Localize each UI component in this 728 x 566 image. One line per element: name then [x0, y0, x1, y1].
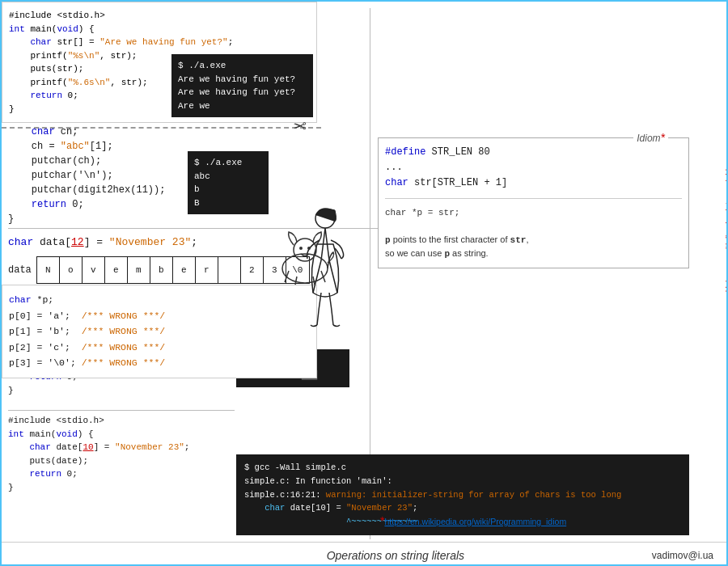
array-cell-1: o — [60, 257, 83, 283]
wrong-box: char *p; p[0] = 'a'; /*** WRONG ***/ p[1… — [2, 285, 317, 378]
rotated-label: Using an unitialized pointer variable as… — [725, 147, 728, 293]
array-cell-8 — [218, 257, 241, 283]
page-author: vadimov@i.ua — [652, 550, 713, 561]
terminal-prompt: $ ./a.exe — [194, 156, 262, 170]
hdivider-left3 — [8, 410, 235, 411]
array-cell-7: r — [196, 257, 218, 283]
array-cell-9: 2 — [241, 257, 264, 283]
terminal-out2: b — [194, 183, 262, 196]
dog-figure — [273, 224, 337, 294]
terminal-tr-out2: Are we having fun yet? — [178, 86, 307, 99]
dog-svg — [273, 224, 337, 289]
svg-point-1 — [282, 254, 328, 283]
idiom-title: Idiom* — [633, 131, 668, 144]
array-cell-2: v — [83, 257, 105, 283]
wrong-code: char *p; p[0] = 'a'; /*** WRONG ***/ p[1… — [9, 292, 310, 371]
svg-point-4 — [307, 247, 311, 250]
main-container: #include <stdio.h> char digit2hex(int di… — [2, 2, 728, 566]
array-cell-5: b — [150, 257, 173, 283]
array-cell-6: e — [173, 257, 196, 283]
warn-line3: simple.c:16:21: warning: initializer-str… — [244, 488, 681, 502]
terminal-tr-out1: Are we having fun yet? — [178, 73, 307, 87]
terminal-small: $ ./a.exe abc b B — [188, 151, 269, 214]
page-title: Operations on string literals — [139, 549, 652, 562]
terminal-tr-prompt: $ ./a.exe — [178, 59, 307, 73]
bottom-bar: Operations on string literals vadimov@i.… — [2, 542, 728, 566]
svg-point-2 — [294, 239, 316, 261]
dashed-line — [2, 127, 321, 129]
botleft-code2: #include <stdio.h> int main(void) { char… — [8, 414, 235, 494]
wiki-url[interactable]: https://en.wikipedia.org/wiki/Programmin… — [384, 517, 566, 526]
terminal-tr-out3: Are we — [178, 99, 307, 113]
warn-line1: $ gcc -Wall simple.c — [244, 461, 681, 475]
array-cells: N o v e m b e r 2 3 \0 — [36, 256, 310, 284]
wiki-link[interactable]: *https://en.wikipedia.org/wiki/Programmi… — [380, 514, 566, 527]
scissors-icon: ✂ — [293, 116, 307, 136]
terminal-out3: B — [194, 196, 262, 210]
svg-point-3 — [299, 247, 303, 250]
array-cell-4: m — [128, 257, 150, 283]
idiom-box: Idiom* #define STR_LEN 80 ... char str[S… — [378, 137, 689, 268]
terminal-out1: abc — [194, 170, 262, 184]
idiom-code: #define STR_LEN 80 ... char str[STR_LEN … — [385, 145, 682, 192]
warn-line2: simple.c: In function 'main': — [244, 475, 681, 488]
array-cell-0: N — [37, 257, 60, 283]
idiom-desc: char *p = str; p points to the first cha… — [385, 205, 682, 261]
terminal-topright: $ ./a.exe Are we having fun yet? Are we … — [171, 54, 313, 117]
array-cell-3: e — [105, 257, 128, 283]
warn-line4: char date[10] = "November 23"; — [244, 501, 681, 515]
array-label: data — [8, 256, 32, 284]
idiom-star: * — [661, 131, 665, 144]
idiom-label: Idiom — [637, 133, 660, 144]
